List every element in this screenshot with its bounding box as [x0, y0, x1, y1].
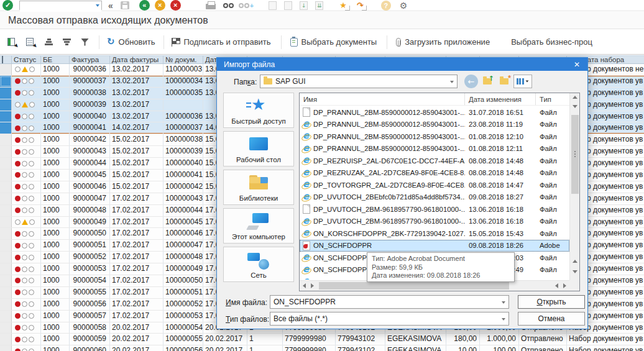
scroll-down-icon[interactable] — [573, 270, 577, 273]
column-name[interactable]: Имя — [300, 93, 465, 105]
find-button[interactable] — [223, 3, 234, 8]
cancel-button[interactable]: Отмена — [518, 312, 585, 326]
exit-button[interactable]: × — [155, 0, 165, 11]
folder-combobox[interactable]: SAP GUI — [260, 75, 458, 88]
collapse-button[interactable]: « — [108, 1, 113, 10]
column-type[interactable]: Тип — [536, 93, 569, 105]
scroll-up-icon[interactable] — [573, 96, 577, 99]
file-row[interactable]: ON_SCHFDOPPR09.08.2018 18:26Adobe — [300, 240, 569, 252]
help-button[interactable] — [381, 1, 391, 11]
refresh-button[interactable]: ↻ Обновить — [107, 37, 155, 47]
shortcut-button[interactable]: ↷ — [357, 1, 364, 10]
scroll-right-icon[interactable] — [563, 283, 566, 288]
cancel-button[interactable]: × — [170, 0, 181, 11]
file-row[interactable]: DP_REZRUZAK_2AL-2D7C8EA9-8F0E-4CE8-8...0… — [300, 167, 569, 180]
row-selector[interactable] — [0, 275, 12, 286]
row-selector[interactable] — [0, 299, 12, 310]
row-selector[interactable] — [0, 99, 12, 111]
print-button[interactable] — [206, 1, 216, 9]
sidebar-item-this-pc[interactable]: Этот компьютер — [223, 208, 294, 244]
row-selector[interactable] — [0, 88, 12, 99]
table-row[interactable]: 10009000006020.02.201710000005620.02.201… — [0, 345, 644, 351]
header-status[interactable]: Статус — [12, 56, 41, 63]
row-selector[interactable] — [0, 181, 12, 193]
row-selector[interactable] — [0, 240, 12, 251]
vertical-scrollbar[interactable] — [569, 93, 579, 280]
header-invoice[interactable]: Фактура — [70, 56, 110, 63]
header-be[interactable]: БЕ — [41, 56, 70, 63]
dialog-title-bar[interactable]: Импорт файла ✕ — [217, 58, 587, 71]
scrollbar-thumb[interactable] — [571, 115, 579, 194]
scroll-down-icon[interactable] — [573, 105, 577, 108]
load-attachment-button[interactable]: Загрузить приложение — [396, 37, 490, 47]
choose-list-button[interactable] — [26, 38, 34, 46]
back-button[interactable]: ← — [464, 75, 478, 88]
file-row[interactable]: DP_PRANNUL_2BM-8590000012-859043001-...3… — [300, 106, 569, 119]
filetype-combobox[interactable]: Все файлы (*.*) — [270, 312, 509, 326]
prev-page-button[interactable] — [284, 1, 292, 10]
select-documents-button[interactable]: Выбрать документы — [290, 37, 377, 47]
table-row[interactable]: 10009000005920.02.201710000005520.02.201… — [0, 334, 644, 345]
sort-desc-button[interactable] — [63, 39, 71, 45]
save-button[interactable] — [121, 1, 129, 9]
file-row[interactable]: DP_UVUTOCH_2BM-9618957790-961801000-...1… — [300, 203, 569, 216]
row-selector[interactable] — [0, 228, 12, 239]
row-selector[interactable] — [0, 345, 12, 351]
row-selector[interactable] — [0, 111, 12, 122]
scroll-up-icon[interactable] — [573, 260, 577, 263]
command-input[interactable] — [20, 4, 101, 12]
row-selector[interactable] — [0, 334, 12, 345]
back-button[interactable]: « — [139, 0, 150, 11]
file-row[interactable]: DP_TOVTORGPR_2AL-2D7C8EA9-8F0E-4CE8...08… — [300, 179, 569, 191]
file-row[interactable]: DP_PRANNUL_2BM-8590000012-859043001-...2… — [300, 119, 569, 131]
scrollbar-thumb[interactable] — [319, 282, 509, 289]
new-session-button[interactable]: ★ — [339, 1, 347, 10]
views-menu-button[interactable] — [513, 75, 532, 88]
sidebar-item-quick-access[interactable]: Быстрый доступ — [223, 93, 294, 128]
file-row[interactable]: DP_REZRUISP_2AL-D67C0E1C-DCC7-44EF-A...0… — [300, 155, 569, 167]
scroll-left-icon[interactable] — [303, 283, 306, 288]
row-selector[interactable] — [0, 146, 12, 157]
sidebar-item-desktop[interactable]: Рабочий стол — [223, 131, 294, 166]
enter-button[interactable]: ✓ — [2, 0, 13, 11]
open-button[interactable]: Открыть — [518, 295, 585, 309]
choose-details-button[interactable] — [7, 38, 15, 46]
row-selector[interactable] — [0, 311, 12, 322]
file-row[interactable]: DP_PRANNUL_2BM-8590000012-859043001-...0… — [300, 143, 569, 155]
scroll-left-icon[interactable] — [555, 283, 558, 288]
row-selector[interactable] — [0, 158, 12, 169]
row-selector[interactable] — [0, 76, 12, 87]
row-selector[interactable] — [0, 217, 12, 228]
sort-asc-button[interactable] — [45, 39, 53, 45]
file-row[interactable]: DP_UVUTOCH_2BM-9618957790-961801000-...1… — [300, 216, 569, 228]
row-selector[interactable] — [0, 170, 12, 181]
next-page-button[interactable]: ↓ — [300, 1, 308, 10]
dialog-close-button[interactable]: ✕ — [566, 58, 587, 71]
find-next-button[interactable]: + — [239, 2, 254, 9]
select-all-header[interactable] — [0, 56, 12, 63]
header-doc-num[interactable]: № докум. — [163, 56, 203, 63]
filename-combobox[interactable]: ON_SCHFDOPPR — [270, 295, 509, 309]
filter-button[interactable] — [81, 39, 89, 46]
sidebar-item-libraries[interactable]: Библиотеки — [223, 170, 294, 205]
header-invoice-date[interactable]: Дата фактуры — [110, 56, 163, 63]
row-selector[interactable] — [0, 287, 12, 298]
file-row[interactable]: ON_KORSCHFDOPPR_2BK-7729139042-1027...15… — [300, 227, 569, 240]
row-selector[interactable] — [0, 205, 12, 216]
settings-button[interactable]: ⚙ — [400, 1, 408, 11]
row-selector[interactable] — [0, 252, 12, 263]
sidebar-item-network[interactable]: Сеть — [223, 247, 294, 282]
file-row[interactable]: DP_UVUTOCH_2BEbfc0b721d85a4dd8bf5734...0… — [300, 191, 569, 204]
row-selector[interactable] — [0, 193, 12, 204]
row-selector[interactable] — [0, 122, 12, 134]
last-page-button[interactable]: ⇊ — [315, 1, 323, 10]
column-date-modified[interactable]: Дата изменения — [465, 93, 536, 105]
scroll-right-icon[interactable] — [311, 283, 314, 288]
select-business-process-button[interactable]: Выбрать бизнес-проц — [511, 37, 592, 47]
up-one-level-button[interactable]: ↑ — [480, 75, 495, 88]
sign-and-send-button[interactable]: Подписать и отправить — [172, 37, 270, 47]
row-selector[interactable] — [0, 263, 12, 275]
first-page-button[interactable] — [269, 1, 277, 10]
row-selector[interactable] — [0, 322, 12, 334]
row-selector[interactable] — [0, 64, 12, 75]
